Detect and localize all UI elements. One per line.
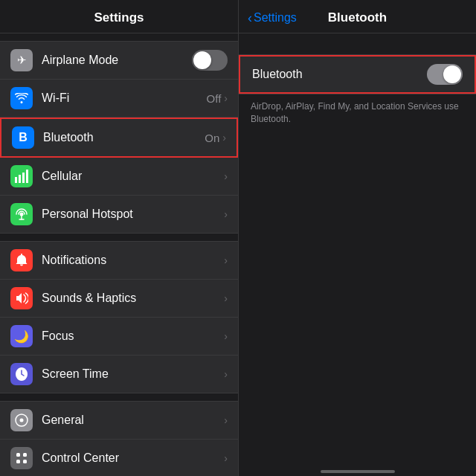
airplane-toggle[interactable] bbox=[192, 50, 228, 71]
general-label: General bbox=[42, 414, 224, 427]
svg-rect-2 bbox=[22, 173, 25, 183]
settings-row-cellular[interactable]: Cellular › bbox=[0, 158, 238, 196]
wifi-label: Wi-Fi bbox=[42, 91, 207, 105]
svg-rect-9 bbox=[16, 453, 20, 457]
airplane-label: Airplane Mode bbox=[42, 54, 192, 67]
bluetooth-toggle-label: Bluetooth bbox=[252, 68, 427, 81]
cellular-label: Cellular bbox=[42, 170, 224, 183]
svg-rect-0 bbox=[15, 177, 17, 183]
svg-rect-12 bbox=[23, 460, 27, 463]
bluetooth-label: Bluetooth bbox=[43, 131, 205, 144]
right-panel: ‹ Settings Bluetooth Bluetooth AirDrop, … bbox=[238, 0, 476, 476]
bluetooth-toggle-group: Bluetooth bbox=[239, 54, 476, 94]
back-chevron: ‹ bbox=[248, 10, 252, 26]
controlcenter-label: Control Center bbox=[42, 451, 224, 465]
svg-rect-3 bbox=[26, 170, 28, 183]
focus-icon: 🌙 bbox=[10, 325, 33, 347]
bluetooth-toggle-switch[interactable] bbox=[427, 64, 463, 85]
settings-group-preferences: Notifications › Sounds & Haptics › 🌙 Foc… bbox=[0, 241, 238, 393]
bluetooth-toggle-row: Bluetooth bbox=[239, 55, 476, 94]
settings-row-screentime[interactable]: Screen Time › bbox=[0, 356, 238, 393]
settings-row-airplane[interactable]: ✈ Airplane Mode bbox=[0, 41, 238, 80]
screentime-label: Screen Time bbox=[42, 367, 224, 381]
settings-row-general[interactable]: General › bbox=[0, 401, 238, 440]
wifi-chevron: › bbox=[224, 92, 228, 104]
notifications-icon bbox=[10, 249, 33, 271]
wifi-icon bbox=[10, 87, 33, 109]
notifications-label: Notifications bbox=[42, 254, 224, 267]
right-home-indicator bbox=[239, 461, 476, 476]
general-chevron: › bbox=[224, 414, 228, 426]
svg-rect-10 bbox=[23, 453, 27, 457]
cellular-icon bbox=[10, 165, 33, 187]
settings-row-focus[interactable]: 🌙 Focus › bbox=[0, 318, 238, 356]
notifications-chevron: › bbox=[224, 254, 228, 266]
right-nav-title: Bluetooth bbox=[328, 10, 387, 25]
focus-chevron: › bbox=[224, 330, 228, 342]
settings-row-bluetooth[interactable]: B Bluetooth On › bbox=[0, 118, 238, 158]
focus-label: Focus bbox=[42, 329, 224, 343]
bluetooth-value: On bbox=[205, 132, 219, 144]
bluetooth-icon: B bbox=[12, 126, 34, 149]
hotspot-icon bbox=[10, 203, 33, 225]
cellular-chevron: › bbox=[224, 170, 228, 182]
screentime-icon bbox=[10, 363, 33, 385]
sounds-icon bbox=[10, 287, 33, 309]
right-content: Bluetooth AirDrop, AirPlay, Find My, and… bbox=[239, 33, 476, 461]
svg-rect-1 bbox=[19, 175, 21, 183]
settings-row-controlcenter[interactable]: Control Center › bbox=[0, 440, 238, 476]
left-panel: Settings ✈ Airplane Mode Wi-Fi Off › bbox=[0, 0, 238, 476]
right-nav-bar: ‹ Settings Bluetooth bbox=[239, 0, 476, 33]
settings-row-wifi[interactable]: Wi-Fi Off › bbox=[0, 80, 238, 118]
back-label: Settings bbox=[254, 11, 297, 25]
right-home-bar bbox=[321, 470, 395, 473]
left-nav-title: Settings bbox=[94, 10, 144, 25]
bluetooth-description: AirDrop, AirPlay, Find My, and Location … bbox=[239, 94, 476, 132]
wifi-value: Off bbox=[207, 92, 222, 105]
controlcenter-icon bbox=[10, 447, 33, 469]
back-button[interactable]: ‹ Settings bbox=[248, 10, 297, 26]
airplane-icon: ✈ bbox=[10, 49, 33, 71]
settings-row-notifications[interactable]: Notifications › bbox=[0, 241, 238, 280]
controlcenter-chevron: › bbox=[224, 452, 228, 464]
svg-rect-11 bbox=[16, 460, 20, 463]
settings-row-sounds[interactable]: Sounds & Haptics › bbox=[0, 280, 238, 318]
left-nav-bar: Settings bbox=[0, 0, 238, 33]
screentime-chevron: › bbox=[224, 368, 228, 380]
settings-group-connectivity: ✈ Airplane Mode Wi-Fi Off › B bbox=[0, 41, 238, 234]
sounds-label: Sounds & Haptics bbox=[42, 292, 224, 305]
sounds-chevron: › bbox=[224, 292, 228, 304]
hotspot-chevron: › bbox=[224, 208, 228, 220]
hotspot-label: Personal Hotspot bbox=[42, 208, 224, 221]
general-icon bbox=[10, 409, 33, 431]
settings-row-hotspot[interactable]: Personal Hotspot › bbox=[0, 196, 238, 234]
bluetooth-chevron: › bbox=[222, 132, 226, 144]
svg-point-8 bbox=[20, 419, 24, 422]
settings-group-system: General › Control Center › bbox=[0, 401, 238, 476]
